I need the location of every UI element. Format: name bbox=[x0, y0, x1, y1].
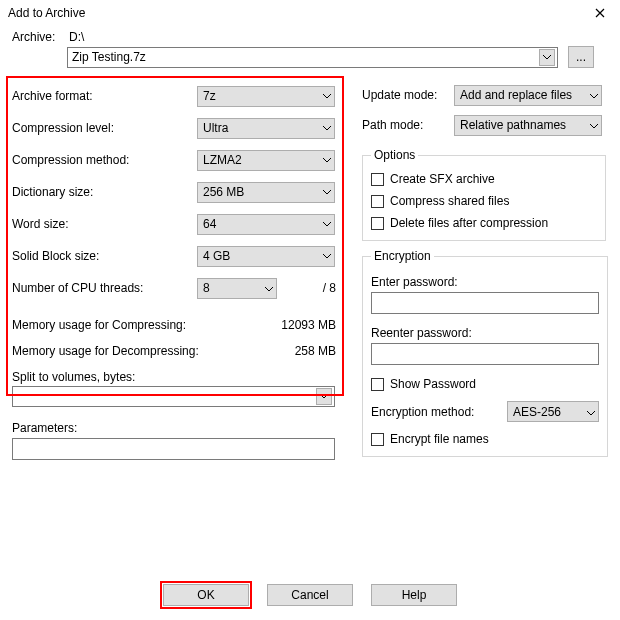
split-label: Split to volumes, bytes: bbox=[12, 370, 344, 384]
cancel-button[interactable]: Cancel bbox=[267, 584, 353, 606]
chevron-down-icon bbox=[323, 187, 331, 197]
encryption-method-combo[interactable]: AES-256 bbox=[507, 401, 599, 422]
chevron-down-icon bbox=[590, 118, 598, 132]
delete-after-checkbox[interactable] bbox=[371, 217, 384, 230]
options-group: Options Create SFX archive Compress shar… bbox=[362, 148, 606, 241]
update-mode-combo[interactable]: Add and replace files bbox=[454, 85, 602, 106]
parameters-input[interactable] bbox=[12, 438, 335, 460]
compression-method-combo[interactable]: LZMA2 bbox=[197, 150, 335, 171]
mem-compress-label: Memory usage for Compressing: bbox=[12, 318, 186, 332]
dictionary-size-combo[interactable]: 256 MB bbox=[197, 182, 335, 203]
reenter-password-label: Reenter password: bbox=[371, 326, 599, 340]
encrypt-names-label: Encrypt file names bbox=[390, 432, 489, 446]
word-size-label: Word size: bbox=[12, 217, 197, 231]
browse-button[interactable]: ... bbox=[568, 46, 594, 68]
delete-after-label: Delete files after compression bbox=[390, 216, 548, 230]
help-button[interactable]: Help bbox=[371, 584, 457, 606]
archive-label: Archive: bbox=[12, 30, 67, 44]
cpu-threads-label: Number of CPU threads: bbox=[12, 281, 197, 295]
mem-compress-value: 12093 MB bbox=[281, 318, 344, 332]
options-legend: Options bbox=[371, 148, 418, 162]
archive-format-combo[interactable]: 7z bbox=[197, 86, 335, 107]
chevron-down-icon bbox=[323, 123, 331, 133]
show-password-checkbox[interactable] bbox=[371, 378, 384, 391]
chevron-down-icon bbox=[323, 219, 331, 229]
chevron-down-icon bbox=[590, 88, 598, 102]
path-mode-label: Path mode: bbox=[362, 118, 454, 132]
chevron-down-icon bbox=[323, 155, 331, 165]
enter-password-input[interactable] bbox=[371, 292, 599, 314]
chevron-down-icon[interactable] bbox=[539, 49, 555, 66]
archive-path: D:\ bbox=[67, 30, 84, 44]
archive-filename: Zip Testing.7z bbox=[72, 50, 146, 64]
shared-label: Compress shared files bbox=[390, 194, 509, 208]
archive-format-label: Archive format: bbox=[12, 89, 197, 103]
dialog-footer: OK Cancel Help bbox=[0, 584, 620, 606]
dictionary-size-label: Dictionary size: bbox=[12, 185, 197, 199]
sfx-checkbox[interactable] bbox=[371, 173, 384, 186]
word-size-combo[interactable]: 64 bbox=[197, 214, 335, 235]
compression-level-label: Compression level: bbox=[12, 121, 197, 135]
solid-block-size-combo[interactable]: 4 GB bbox=[197, 246, 335, 267]
encryption-group: Encryption Enter password: Reenter passw… bbox=[362, 249, 608, 457]
chevron-down-icon[interactable] bbox=[316, 388, 332, 405]
chevron-down-icon bbox=[265, 281, 273, 295]
parameters-label: Parameters: bbox=[12, 421, 344, 435]
title-bar: Add to Archive bbox=[0, 0, 620, 26]
window-title: Add to Archive bbox=[8, 6, 85, 20]
enter-password-label: Enter password: bbox=[371, 275, 599, 289]
compression-method-label: Compression method: bbox=[12, 153, 197, 167]
close-icon[interactable] bbox=[580, 0, 620, 26]
chevron-down-icon bbox=[323, 91, 331, 101]
path-mode-combo[interactable]: Relative pathnames bbox=[454, 115, 602, 136]
encryption-method-label: Encryption method: bbox=[371, 405, 507, 419]
mem-decompress-value: 258 MB bbox=[295, 344, 344, 358]
mem-decompress-label: Memory usage for Decompressing: bbox=[12, 344, 199, 358]
ok-button[interactable]: OK bbox=[163, 584, 249, 606]
cpu-threads-max: / 8 bbox=[323, 281, 344, 295]
chevron-down-icon bbox=[587, 405, 595, 419]
encryption-legend: Encryption bbox=[371, 249, 434, 263]
sfx-label: Create SFX archive bbox=[390, 172, 495, 186]
update-mode-label: Update mode: bbox=[362, 88, 454, 102]
show-password-label: Show Password bbox=[390, 377, 476, 391]
shared-checkbox[interactable] bbox=[371, 195, 384, 208]
reenter-password-input[interactable] bbox=[371, 343, 599, 365]
solid-block-size-label: Solid Block size: bbox=[12, 249, 197, 263]
chevron-down-icon bbox=[323, 251, 331, 261]
cpu-threads-combo[interactable]: 8 bbox=[197, 278, 277, 299]
split-combo[interactable] bbox=[12, 386, 335, 407]
encrypt-names-checkbox[interactable] bbox=[371, 433, 384, 446]
archive-filename-combo[interactable]: Zip Testing.7z bbox=[67, 47, 558, 68]
compression-level-combo[interactable]: Ultra bbox=[197, 118, 335, 139]
